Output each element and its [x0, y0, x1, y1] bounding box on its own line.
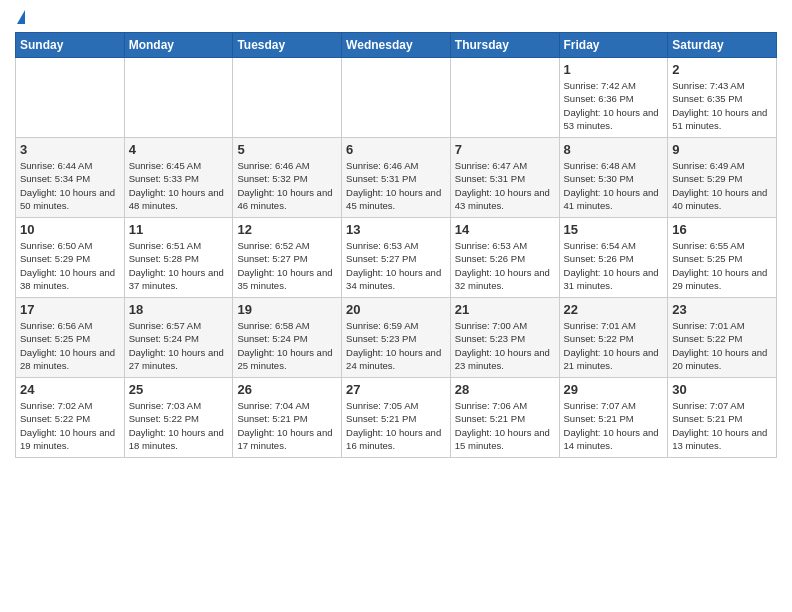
day-number: 10: [20, 222, 120, 237]
calendar-cell: 29Sunrise: 7:07 AM Sunset: 5:21 PM Dayli…: [559, 378, 668, 458]
calendar-cell: 6Sunrise: 6:46 AM Sunset: 5:31 PM Daylig…: [342, 138, 451, 218]
calendar-week-row: 17Sunrise: 6:56 AM Sunset: 5:25 PM Dayli…: [16, 298, 777, 378]
day-info: Sunrise: 7:01 AM Sunset: 5:22 PM Dayligh…: [564, 319, 664, 372]
day-number: 17: [20, 302, 120, 317]
day-info: Sunrise: 7:04 AM Sunset: 5:21 PM Dayligh…: [237, 399, 337, 452]
day-info: Sunrise: 6:53 AM Sunset: 5:27 PM Dayligh…: [346, 239, 446, 292]
day-info: Sunrise: 7:07 AM Sunset: 5:21 PM Dayligh…: [564, 399, 664, 452]
calendar-cell: 26Sunrise: 7:04 AM Sunset: 5:21 PM Dayli…: [233, 378, 342, 458]
day-number: 3: [20, 142, 120, 157]
calendar-cell: 28Sunrise: 7:06 AM Sunset: 5:21 PM Dayli…: [450, 378, 559, 458]
calendar-cell: 8Sunrise: 6:48 AM Sunset: 5:30 PM Daylig…: [559, 138, 668, 218]
day-info: Sunrise: 6:57 AM Sunset: 5:24 PM Dayligh…: [129, 319, 229, 372]
day-number: 8: [564, 142, 664, 157]
calendar-cell: 19Sunrise: 6:58 AM Sunset: 5:24 PM Dayli…: [233, 298, 342, 378]
day-info: Sunrise: 7:01 AM Sunset: 5:22 PM Dayligh…: [672, 319, 772, 372]
calendar-table: SundayMondayTuesdayWednesdayThursdayFrid…: [15, 32, 777, 458]
calendar-cell: 4Sunrise: 6:45 AM Sunset: 5:33 PM Daylig…: [124, 138, 233, 218]
calendar-cell: 20Sunrise: 6:59 AM Sunset: 5:23 PM Dayli…: [342, 298, 451, 378]
main-container: SundayMondayTuesdayWednesdayThursdayFrid…: [0, 0, 792, 468]
calendar-cell: 23Sunrise: 7:01 AM Sunset: 5:22 PM Dayli…: [668, 298, 777, 378]
day-info: Sunrise: 6:49 AM Sunset: 5:29 PM Dayligh…: [672, 159, 772, 212]
weekday-header: Thursday: [450, 33, 559, 58]
day-number: 14: [455, 222, 555, 237]
weekday-header: Sunday: [16, 33, 125, 58]
day-number: 29: [564, 382, 664, 397]
day-info: Sunrise: 7:03 AM Sunset: 5:22 PM Dayligh…: [129, 399, 229, 452]
day-info: Sunrise: 6:54 AM Sunset: 5:26 PM Dayligh…: [564, 239, 664, 292]
calendar-cell: 30Sunrise: 7:07 AM Sunset: 5:21 PM Dayli…: [668, 378, 777, 458]
calendar-cell: [233, 58, 342, 138]
weekday-header: Tuesday: [233, 33, 342, 58]
day-number: 25: [129, 382, 229, 397]
day-info: Sunrise: 6:47 AM Sunset: 5:31 PM Dayligh…: [455, 159, 555, 212]
calendar-cell: 12Sunrise: 6:52 AM Sunset: 5:27 PM Dayli…: [233, 218, 342, 298]
calendar-cell: 1Sunrise: 7:42 AM Sunset: 6:36 PM Daylig…: [559, 58, 668, 138]
header: [15, 10, 777, 24]
day-number: 20: [346, 302, 446, 317]
calendar-cell: 7Sunrise: 6:47 AM Sunset: 5:31 PM Daylig…: [450, 138, 559, 218]
calendar-cell: 18Sunrise: 6:57 AM Sunset: 5:24 PM Dayli…: [124, 298, 233, 378]
calendar-cell: 2Sunrise: 7:43 AM Sunset: 6:35 PM Daylig…: [668, 58, 777, 138]
day-info: Sunrise: 6:51 AM Sunset: 5:28 PM Dayligh…: [129, 239, 229, 292]
calendar-cell: 13Sunrise: 6:53 AM Sunset: 5:27 PM Dayli…: [342, 218, 451, 298]
day-info: Sunrise: 6:59 AM Sunset: 5:23 PM Dayligh…: [346, 319, 446, 372]
day-info: Sunrise: 7:07 AM Sunset: 5:21 PM Dayligh…: [672, 399, 772, 452]
calendar-cell: 5Sunrise: 6:46 AM Sunset: 5:32 PM Daylig…: [233, 138, 342, 218]
day-number: 27: [346, 382, 446, 397]
calendar-cell: [16, 58, 125, 138]
day-number: 2: [672, 62, 772, 77]
calendar-cell: 27Sunrise: 7:05 AM Sunset: 5:21 PM Dayli…: [342, 378, 451, 458]
weekday-header-row: SundayMondayTuesdayWednesdayThursdayFrid…: [16, 33, 777, 58]
day-number: 9: [672, 142, 772, 157]
calendar-cell: 22Sunrise: 7:01 AM Sunset: 5:22 PM Dayli…: [559, 298, 668, 378]
day-number: 30: [672, 382, 772, 397]
day-info: Sunrise: 7:05 AM Sunset: 5:21 PM Dayligh…: [346, 399, 446, 452]
day-number: 5: [237, 142, 337, 157]
day-info: Sunrise: 6:46 AM Sunset: 5:32 PM Dayligh…: [237, 159, 337, 212]
weekday-header: Saturday: [668, 33, 777, 58]
logo-triangle-icon: [17, 10, 25, 24]
day-info: Sunrise: 7:00 AM Sunset: 5:23 PM Dayligh…: [455, 319, 555, 372]
calendar-cell: 17Sunrise: 6:56 AM Sunset: 5:25 PM Dayli…: [16, 298, 125, 378]
day-number: 6: [346, 142, 446, 157]
day-number: 19: [237, 302, 337, 317]
calendar-week-row: 3Sunrise: 6:44 AM Sunset: 5:34 PM Daylig…: [16, 138, 777, 218]
day-info: Sunrise: 6:46 AM Sunset: 5:31 PM Dayligh…: [346, 159, 446, 212]
calendar-cell: 25Sunrise: 7:03 AM Sunset: 5:22 PM Dayli…: [124, 378, 233, 458]
day-number: 12: [237, 222, 337, 237]
calendar-cell: 21Sunrise: 7:00 AM Sunset: 5:23 PM Dayli…: [450, 298, 559, 378]
calendar-cell: 24Sunrise: 7:02 AM Sunset: 5:22 PM Dayli…: [16, 378, 125, 458]
day-info: Sunrise: 6:45 AM Sunset: 5:33 PM Dayligh…: [129, 159, 229, 212]
day-number: 21: [455, 302, 555, 317]
day-number: 15: [564, 222, 664, 237]
day-info: Sunrise: 6:56 AM Sunset: 5:25 PM Dayligh…: [20, 319, 120, 372]
day-info: Sunrise: 6:52 AM Sunset: 5:27 PM Dayligh…: [237, 239, 337, 292]
day-number: 26: [237, 382, 337, 397]
day-number: 16: [672, 222, 772, 237]
calendar-week-row: 10Sunrise: 6:50 AM Sunset: 5:29 PM Dayli…: [16, 218, 777, 298]
logo: [15, 10, 25, 24]
day-number: 28: [455, 382, 555, 397]
calendar-cell: 9Sunrise: 6:49 AM Sunset: 5:29 PM Daylig…: [668, 138, 777, 218]
day-info: Sunrise: 6:53 AM Sunset: 5:26 PM Dayligh…: [455, 239, 555, 292]
day-number: 13: [346, 222, 446, 237]
calendar-cell: 15Sunrise: 6:54 AM Sunset: 5:26 PM Dayli…: [559, 218, 668, 298]
calendar-cell: 10Sunrise: 6:50 AM Sunset: 5:29 PM Dayli…: [16, 218, 125, 298]
day-info: Sunrise: 6:44 AM Sunset: 5:34 PM Dayligh…: [20, 159, 120, 212]
weekday-header: Wednesday: [342, 33, 451, 58]
weekday-header: Friday: [559, 33, 668, 58]
day-number: 7: [455, 142, 555, 157]
calendar-cell: 3Sunrise: 6:44 AM Sunset: 5:34 PM Daylig…: [16, 138, 125, 218]
calendar-cell: [342, 58, 451, 138]
calendar-cell: [124, 58, 233, 138]
day-number: 22: [564, 302, 664, 317]
day-info: Sunrise: 6:55 AM Sunset: 5:25 PM Dayligh…: [672, 239, 772, 292]
day-info: Sunrise: 7:42 AM Sunset: 6:36 PM Dayligh…: [564, 79, 664, 132]
weekday-header: Monday: [124, 33, 233, 58]
day-number: 4: [129, 142, 229, 157]
day-info: Sunrise: 7:43 AM Sunset: 6:35 PM Dayligh…: [672, 79, 772, 132]
day-number: 23: [672, 302, 772, 317]
day-info: Sunrise: 6:48 AM Sunset: 5:30 PM Dayligh…: [564, 159, 664, 212]
calendar-cell: 16Sunrise: 6:55 AM Sunset: 5:25 PM Dayli…: [668, 218, 777, 298]
